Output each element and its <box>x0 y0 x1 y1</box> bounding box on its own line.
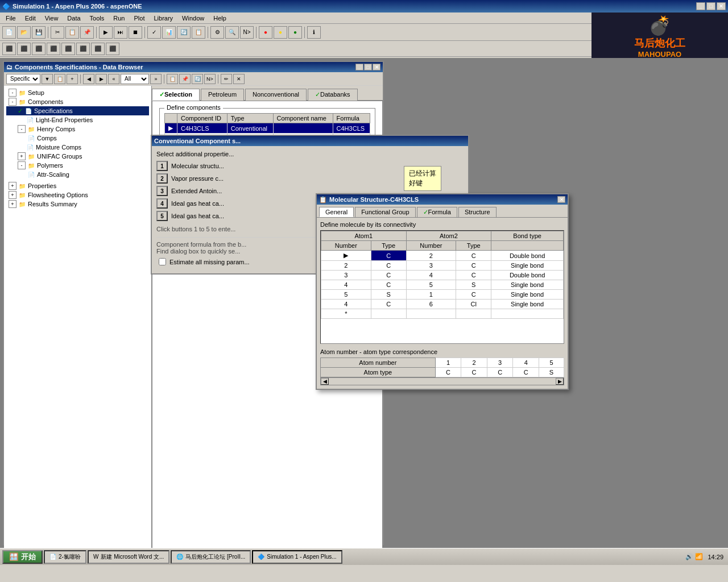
tab-databanks[interactable]: ✓Databanks <box>308 89 358 101</box>
tree-flowsheeting[interactable]: + 📁 Flowsheeting Options <box>6 190 149 199</box>
green-circle[interactable]: ● <box>288 26 302 39</box>
minimize-button[interactable]: _ <box>696 2 705 10</box>
filter-dropdown[interactable]: All <box>121 74 149 84</box>
prop-num-3[interactable]: 3 <box>156 186 168 196</box>
tree-components[interactable]: - 📁 Components <box>6 97 149 106</box>
tb2-btn1[interactable]: ⬛ <box>2 43 16 55</box>
mol-tab-structure[interactable]: Structure <box>458 207 497 217</box>
flowsheeting-expand[interactable]: + <box>9 191 16 199</box>
tree-polymers[interactable]: - 📁 Polymers <box>6 161 149 170</box>
start-button[interactable]: 🪟 开始 <box>2 550 43 564</box>
close-button[interactable]: ✕ <box>717 2 726 10</box>
polymers-expand[interactable]: - <box>18 161 26 169</box>
bond-row-2[interactable]: 2 C 3 C Single bond <box>321 261 564 271</box>
bond-row-5[interactable]: 5 S 1 C Single bond <box>321 290 564 300</box>
maximize-button[interactable]: □ <box>706 2 715 10</box>
mol-tab-formula[interactable]: ✓Formula <box>417 207 457 217</box>
tree-specifications[interactable]: ✓ 📄 Specifications <box>6 106 149 115</box>
save-btn[interactable]: 💾 <box>32 26 46 39</box>
mol-tab-general[interactable]: General <box>319 207 354 217</box>
stop-btn[interactable]: ⏹ <box>129 26 142 39</box>
tb-fwd[interactable]: ▶ <box>96 74 107 84</box>
tb-btn6[interactable]: 📋 <box>192 26 205 39</box>
tb-new-btn[interactable]: + <box>67 74 78 84</box>
open-btn[interactable]: 📂 <box>17 26 31 39</box>
prop-num-1[interactable]: 1 <box>156 161 168 171</box>
tb-sync[interactable]: 🔄 <box>192 74 203 84</box>
h-scrollbar[interactable]: ◀ ▶ <box>320 377 564 385</box>
results-expand[interactable]: + <box>9 200 16 208</box>
tb-info[interactable]: ℹ <box>307 26 321 39</box>
table-row[interactable]: ▶ C4H3CLS Conventional C4H3CLS <box>165 123 370 134</box>
scroll-left[interactable]: ◀ <box>321 378 329 385</box>
new-btn[interactable]: 📄 <box>2 26 16 39</box>
tb2-btn6[interactable]: ⬛ <box>76 43 90 55</box>
tree-results[interactable]: + 📁 Results Summary <box>6 199 149 209</box>
tab-petroleum[interactable]: Petroleum <box>201 89 244 101</box>
results-btn[interactable]: 📊 <box>162 26 176 39</box>
bond-table-container[interactable]: Atom1 Atom2 Bond type Number Type Number… <box>320 230 564 344</box>
properties-expand[interactable]: + <box>9 182 16 190</box>
tb-btn7[interactable]: ⚙ <box>210 26 224 39</box>
prop-num-4[interactable]: 4 <box>156 198 168 209</box>
menu-file[interactable]: File <box>1 14 20 23</box>
prop-num-2[interactable]: 2 <box>156 173 168 184</box>
menu-view[interactable]: View <box>40 14 63 23</box>
unifac-expand[interactable]: + <box>18 152 26 160</box>
tb-edit[interactable]: ✏ <box>221 74 232 84</box>
dropdown-arrow[interactable]: ▼ <box>42 74 53 84</box>
tree-unifac[interactable]: + 📁 UNIFAC Groups <box>6 152 149 161</box>
cell-type[interactable]: Conventional <box>227 123 273 134</box>
menu-plot[interactable]: Plot <box>129 14 149 23</box>
tb-copy2[interactable]: 📋 <box>167 74 178 84</box>
prop-num-5[interactable]: 5 <box>156 211 168 221</box>
tree-henry-comps[interactable]: - 📁 Henry Comps <box>6 124 149 134</box>
menu-library[interactable]: Library <box>149 14 177 23</box>
paste-btn[interactable]: 📌 <box>80 26 94 39</box>
menu-window[interactable]: Window <box>177 14 209 23</box>
tb-next2[interactable]: » <box>150 74 162 84</box>
db-close[interactable]: ✕ <box>373 64 380 70</box>
tb-refresh[interactable]: N> <box>204 74 216 84</box>
tree-attr-scaling[interactable]: 📄 Attr-Scaling <box>6 170 149 179</box>
mol-tab-functional[interactable]: Functional Group <box>355 207 415 217</box>
scroll-right[interactable]: ▶ <box>556 378 564 385</box>
taskbar-item-0[interactable]: 📄 2-氯噻吩 <box>44 550 86 564</box>
tb2-btn8[interactable]: ⬛ <box>106 43 119 55</box>
cell-comp-id[interactable]: C4H3CLS <box>177 123 227 134</box>
setup-expand[interactable]: - <box>9 89 16 97</box>
step-btn[interactable]: ⏭ <box>114 26 127 39</box>
tb2-btn4[interactable]: ⬛ <box>47 43 60 55</box>
taskbar-item-3[interactable]: 🔷 Simulation 1 - Aspen Plus... <box>252 550 342 564</box>
tb2-btn5[interactable]: ⬛ <box>61 43 75 55</box>
red-circle[interactable]: ● <box>259 26 272 39</box>
tb-paste2[interactable]: 📌 <box>179 74 191 84</box>
menu-run[interactable]: Run <box>109 14 129 23</box>
menu-edit[interactable]: Edit <box>20 14 40 23</box>
menu-data[interactable]: Data <box>63 14 85 23</box>
tb-back[interactable]: ◀ <box>83 74 94 84</box>
tb-prev2[interactable]: « <box>108 74 119 84</box>
tree-light-end[interactable]: 📄 Light-End Properties <box>6 115 149 124</box>
yellow-circle[interactable]: ● <box>274 26 287 39</box>
cell-name[interactable] <box>273 123 333 134</box>
tab-selection[interactable]: ✓Selection <box>152 89 200 101</box>
tree-properties[interactable]: + 📁 Properties <box>6 181 149 190</box>
henry-expand[interactable]: - <box>18 125 26 133</box>
check-btn[interactable]: ✓ <box>147 26 161 39</box>
tb-btn8[interactable]: 🔍 <box>225 26 239 39</box>
tb-form-btn[interactable]: 📋 <box>54 74 65 84</box>
menu-help[interactable]: Help <box>209 14 231 23</box>
menu-tools[interactable]: Tools <box>85 14 109 23</box>
tb-del[interactable]: ✕ <box>233 74 245 84</box>
tb-btn5[interactable]: 🔄 <box>177 26 191 39</box>
copy-btn[interactable]: 📋 <box>65 26 79 39</box>
bond-row-6[interactable]: 4 C 6 Cl Single bond <box>321 300 564 309</box>
estimate-checkbox[interactable] <box>159 258 166 265</box>
tb2-btn2[interactable]: ⬛ <box>17 43 31 55</box>
run-btn[interactable]: ▶ <box>99 26 113 39</box>
tab-nonconventional[interactable]: Nonconventional <box>245 89 307 101</box>
tree-setup[interactable]: - 📁 Setup <box>6 88 149 97</box>
cut-btn[interactable]: ✂ <box>51 26 64 39</box>
bond-row-1[interactable]: ▶ C 2 C Double bond <box>321 251 564 261</box>
